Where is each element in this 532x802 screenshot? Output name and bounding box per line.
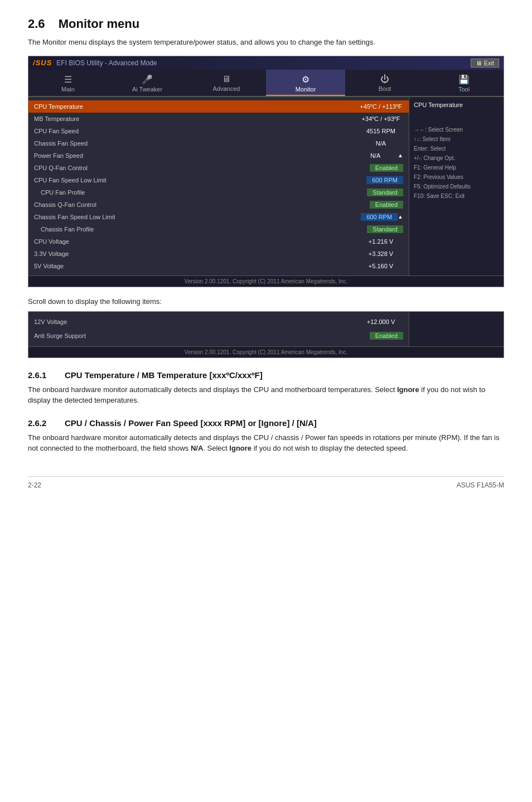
bios-row-badge: Standard <box>367 189 403 196</box>
exit-icon: 🖥 <box>476 60 482 66</box>
subsections: 2.6.1CPU Temperature / MB Temperature [x… <box>28 370 504 454</box>
bios-row: Chassis Fan ProfileStandard <box>28 223 409 235</box>
bios-row-value: 600 RPM <box>361 213 398 221</box>
bios-settings-panel-2: 12V Voltage+12.000 VAnti Surge SupportEn… <box>28 312 409 346</box>
footer-page-number: 2-22 <box>28 481 41 489</box>
bios-titlebar-left: /SUS EFI BIOS Utility - Advanced Mode <box>33 59 157 67</box>
bios-tab-advanced[interactable]: 🖥Advanced <box>187 70 266 96</box>
bios-content-secondary: 12V Voltage+12.000 VAnti Surge SupportEn… <box>28 312 504 346</box>
bios-row: 3.3V Voltage+3.328 V <box>28 248 409 260</box>
main-tab-label: Main <box>61 86 75 93</box>
bios-row-value: +45ºC / +113ºF <box>359 103 403 110</box>
bios-row-value: Enabled <box>370 332 403 340</box>
subsection-heading: 2.6.1CPU Temperature / MB Temperature [x… <box>28 370 504 380</box>
bios-row-value: +1.216 V <box>359 238 403 245</box>
bios-row-label: CPU Q-Fan Control <box>34 165 370 171</box>
bios-tab-tool[interactable]: 💾Tool <box>424 70 504 96</box>
bios-tab-ai-tweaker[interactable]: 🎤Ai Tweaker <box>108 70 187 96</box>
bios-row-label: Chassis Fan Speed <box>34 140 359 147</box>
bios-row: MB Temperature+34ºC / +93ºF <box>28 113 409 125</box>
bios-row-value: +3.328 V <box>359 250 403 257</box>
bios-content-area: CPU Temperature+45ºC / +113ºFMB Temperat… <box>28 97 504 276</box>
bios-row: CPU Q-Fan ControlEnabled <box>28 162 409 174</box>
bios-settings-panel: CPU Temperature+45ºC / +113ºFMB Temperat… <box>28 97 409 276</box>
scroll-arrow-icon: ▲ <box>398 214 403 220</box>
section-heading: 2.6 Monitor menu <box>28 17 504 31</box>
bios-row: CPU Fan ProfileStandard <box>28 186 409 199</box>
bios-row-badge: 600 RPM <box>366 176 403 184</box>
bios-row-label: 5V Voltage <box>34 263 359 269</box>
subsection-description: The onboard hardware monitor automatical… <box>28 384 504 406</box>
bios-row: CPU Fan Speed Low Limit600 RPM <box>28 174 409 186</box>
bios-row-badge: Enabled <box>370 332 403 340</box>
advanced-tab-icon: 🖥 <box>189 74 264 84</box>
bios-row-value: Standard <box>367 189 403 196</box>
bios-right-panel-2 <box>409 312 504 346</box>
bios-row: Chassis Q-Fan ControlEnabled <box>28 199 409 211</box>
bios-row-value: 4515 RPM <box>359 128 403 134</box>
bios-row-value: N/A <box>359 140 403 147</box>
help-item: F10: Save ESC: Exit <box>414 191 499 201</box>
bios-tab-boot[interactable]: ⏻Boot <box>345 70 424 96</box>
boot-tab-icon: ⏻ <box>347 74 422 84</box>
bios-row: CPU Fan Speed4515 RPM <box>28 125 409 137</box>
subsection-number: 2.6.1 <box>28 370 56 380</box>
footer-product-name: ASUS F1A55-M <box>457 481 504 489</box>
subsection-title-text: CPU Temperature / MB Temperature [xxxºC/… <box>65 370 263 380</box>
bios-row-badge: 600 RPM <box>361 213 398 221</box>
bios-screenshot-secondary: 12V Voltage+12.000 VAnti Surge SupportEn… <box>28 311 504 358</box>
scroll-arrow-icon: ▲ <box>398 152 403 158</box>
bios-row: 12V Voltage+12.000 V <box>28 315 409 328</box>
ai-tweaker-tab-label: Ai Tweaker <box>132 86 162 93</box>
bios-help-panel: CPU Temperature →←: Select Screen↑↓: Sel… <box>409 97 504 276</box>
monitor-tab-icon: ⚙ <box>268 74 343 85</box>
bios-row-value: N/A <box>353 152 398 159</box>
help-item: F5: Optimized Defaults <box>414 182 499 191</box>
advanced-tab-label: Advanced <box>213 85 240 92</box>
bios-row-label: 3.3V Voltage <box>34 250 359 257</box>
bios-row: CPU Voltage+1.216 V <box>28 235 409 248</box>
bios-row-value: Enabled <box>370 164 403 172</box>
bios-footer-main: Version 2.00.1201. Copyright (C) 2011 Am… <box>28 276 504 287</box>
bios-footer-secondary: Version 2.00.1201. Copyright (C) 2011 Am… <box>28 346 504 357</box>
bios-row-value: Enabled <box>370 201 403 209</box>
bios-screenshot-main: /SUS EFI BIOS Utility - Advanced Mode 🖥 … <box>28 56 504 287</box>
bios-app-title: EFI BIOS Utility - Advanced Mode <box>56 59 157 67</box>
bios-row-value: +12.000 V <box>359 318 403 325</box>
exit-label: Exit <box>484 60 494 66</box>
help-item: →←: Select Screen <box>414 125 499 134</box>
help-item: F2: Previous Values <box>414 172 499 182</box>
bios-row: CPU Temperature+45ºC / +113ºF <box>28 100 409 113</box>
bios-exit-button[interactable]: 🖥 Exit <box>471 59 499 67</box>
tool-tab-icon: 💾 <box>427 74 501 85</box>
bios-row-label: Power Fan Speed <box>34 152 353 159</box>
bios-row-label: MB Temperature <box>34 115 359 122</box>
help-item: ↑↓: Select Item <box>414 134 499 144</box>
bios-titlebar: /SUS EFI BIOS Utility - Advanced Mode 🖥 … <box>28 56 504 70</box>
bios-row: Chassis Fan SpeedN/A <box>28 137 409 149</box>
section-description: The Monitor menu displays the system tem… <box>28 37 504 48</box>
bios-row-label: 12V Voltage <box>34 318 359 325</box>
bios-tab-main[interactable]: ☰Main <box>28 70 108 96</box>
subsection-description: The onboard hardware monitor automatical… <box>28 432 504 454</box>
right-panel-title: CPU Temperature <box>414 102 499 108</box>
bios-row-label: CPU Fan Profile <box>41 189 367 196</box>
subsection-number: 2.6.2 <box>28 418 56 428</box>
bios-nav-tabs: ☰Main🎤Ai Tweaker🖥Advanced⚙Monitor⏻Boot💾T… <box>28 70 504 97</box>
help-item: +/-: Change Opt. <box>414 153 499 163</box>
bios-row: Anti Surge SupportEnabled <box>28 328 409 343</box>
bios-row-label: Chassis Fan Speed Low Limit <box>34 214 361 220</box>
bios-row-label: CPU Voltage <box>34 238 359 245</box>
bios-row-label: Chassis Q-Fan Control <box>34 201 370 208</box>
scroll-note: Scroll down to display the following ite… <box>28 297 504 306</box>
bios-row: Chassis Fan Speed Low Limit600 RPM ▲ <box>28 211 409 223</box>
bios-logo: /SUS <box>33 59 52 67</box>
bios-tab-monitor[interactable]: ⚙Monitor <box>266 70 345 96</box>
bios-row-value: Standard <box>367 225 403 233</box>
bios-row-value: +34ºC / +93ºF <box>359 115 403 122</box>
bios-row-label: Anti Surge Support <box>34 332 370 339</box>
subsection-title-text: CPU / Chassis / Power Fan Speed [xxxx RP… <box>65 418 317 428</box>
ai-tweaker-tab-icon: 🎤 <box>110 74 185 85</box>
bios-row-label: Chassis Fan Profile <box>41 226 367 233</box>
bios-row-badge: Standard <box>367 225 403 233</box>
